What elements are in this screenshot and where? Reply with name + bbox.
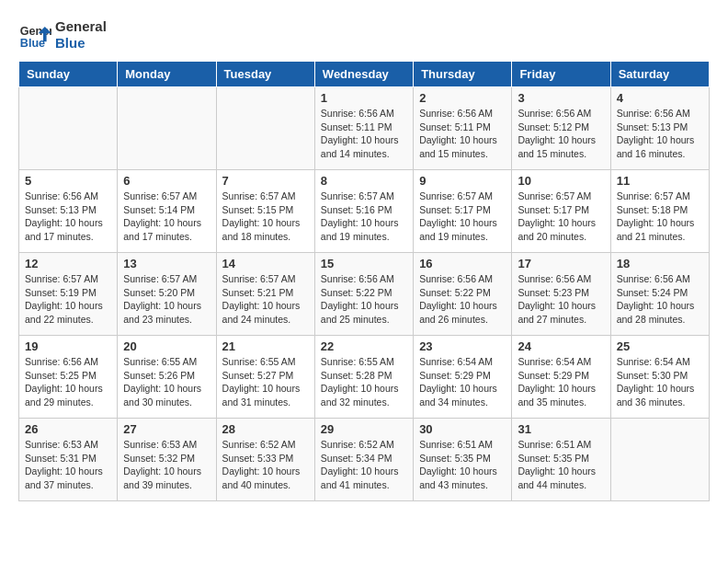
calendar-cell: 13Sunrise: 6:57 AM Sunset: 5:20 PM Dayli…	[118, 253, 216, 336]
day-number: 28	[222, 422, 309, 436]
day-number: 21	[222, 339, 309, 353]
cell-content: Sunrise: 6:56 AM Sunset: 5:13 PM Dayligh…	[617, 107, 703, 161]
cell-content: Sunrise: 6:56 AM Sunset: 5:11 PM Dayligh…	[321, 107, 407, 161]
cell-content: Sunrise: 6:56 AM Sunset: 5:13 PM Dayligh…	[25, 190, 111, 244]
day-number: 2	[419, 91, 506, 105]
calendar-table: SundayMondayTuesdayWednesdayThursdayFrid…	[18, 61, 710, 501]
week-row-5: 26Sunrise: 6:53 AM Sunset: 5:31 PM Dayli…	[19, 419, 710, 501]
cell-content: Sunrise: 6:52 AM Sunset: 5:33 PM Dayligh…	[222, 438, 309, 492]
day-number: 20	[123, 339, 210, 353]
calendar-cell: 2Sunrise: 6:56 AM Sunset: 5:11 PM Daylig…	[414, 87, 512, 170]
calendar-cell: 25Sunrise: 6:54 AM Sunset: 5:30 PM Dayli…	[610, 336, 709, 419]
calendar-cell: 21Sunrise: 6:55 AM Sunset: 5:27 PM Dayli…	[216, 336, 314, 419]
cell-content: Sunrise: 6:53 AM Sunset: 5:31 PM Dayligh…	[25, 438, 111, 492]
calendar-cell: 18Sunrise: 6:56 AM Sunset: 5:24 PM Dayli…	[610, 253, 709, 336]
logo-blue: Blue	[55, 35, 107, 52]
day-number: 4	[617, 91, 703, 105]
calendar-cell: 14Sunrise: 6:57 AM Sunset: 5:21 PM Dayli…	[216, 253, 314, 336]
cell-content: Sunrise: 6:56 AM Sunset: 5:24 PM Dayligh…	[617, 272, 703, 327]
cell-content: Sunrise: 6:57 AM Sunset: 5:16 PM Dayligh…	[321, 190, 407, 244]
calendar-cell: 6Sunrise: 6:57 AM Sunset: 5:14 PM Daylig…	[118, 170, 216, 253]
logo: General Blue General Blue	[18, 18, 107, 52]
cell-content: Sunrise: 6:55 AM Sunset: 5:26 PM Dayligh…	[123, 355, 210, 409]
cell-content: Sunrise: 6:56 AM Sunset: 5:23 PM Dayligh…	[518, 272, 604, 327]
calendar-cell: 26Sunrise: 6:53 AM Sunset: 5:31 PM Dayli…	[19, 419, 118, 501]
header-thursday: Thursday	[414, 62, 512, 87]
calendar-cell: 17Sunrise: 6:56 AM Sunset: 5:23 PM Dayli…	[512, 253, 610, 336]
cell-content: Sunrise: 6:53 AM Sunset: 5:32 PM Dayligh…	[123, 438, 210, 492]
calendar-cell: 22Sunrise: 6:55 AM Sunset: 5:28 PM Dayli…	[314, 336, 413, 419]
day-number: 29	[321, 422, 407, 436]
day-number: 16	[419, 257, 506, 270]
calendar-cell: 11Sunrise: 6:57 AM Sunset: 5:18 PM Dayli…	[610, 170, 709, 253]
cell-content: Sunrise: 6:51 AM Sunset: 5:35 PM Dayligh…	[518, 438, 604, 492]
cell-content: Sunrise: 6:51 AM Sunset: 5:35 PM Dayligh…	[419, 438, 506, 492]
logo-icon: General Blue	[18, 18, 51, 52]
cell-content: Sunrise: 6:57 AM Sunset: 5:19 PM Dayligh…	[25, 272, 111, 327]
cell-content: Sunrise: 6:52 AM Sunset: 5:34 PM Dayligh…	[321, 438, 407, 492]
cell-content: Sunrise: 6:57 AM Sunset: 5:21 PM Dayligh…	[222, 272, 309, 327]
calendar-cell: 8Sunrise: 6:57 AM Sunset: 5:16 PM Daylig…	[314, 170, 413, 253]
header-sunday: Sunday	[19, 62, 118, 87]
day-number: 17	[518, 257, 604, 270]
cell-content: Sunrise: 6:57 AM Sunset: 5:17 PM Dayligh…	[419, 190, 506, 244]
day-number: 11	[617, 174, 703, 188]
calendar-cell: 31Sunrise: 6:51 AM Sunset: 5:35 PM Dayli…	[512, 419, 610, 501]
day-number: 25	[617, 339, 703, 353]
logo-general: General	[55, 18, 107, 35]
day-number: 9	[419, 174, 506, 188]
cell-content: Sunrise: 6:57 AM Sunset: 5:15 PM Dayligh…	[222, 190, 309, 244]
day-number: 14	[222, 257, 309, 270]
cell-content: Sunrise: 6:55 AM Sunset: 5:28 PM Dayligh…	[321, 355, 407, 409]
week-row-3: 12Sunrise: 6:57 AM Sunset: 5:19 PM Dayli…	[19, 253, 710, 336]
cell-content: Sunrise: 6:57 AM Sunset: 5:18 PM Dayligh…	[617, 190, 703, 244]
day-number: 3	[518, 91, 604, 105]
cell-content: Sunrise: 6:54 AM Sunset: 5:29 PM Dayligh…	[518, 355, 604, 409]
cell-content: Sunrise: 6:56 AM Sunset: 5:22 PM Dayligh…	[419, 272, 506, 327]
cell-content: Sunrise: 6:56 AM Sunset: 5:11 PM Dayligh…	[419, 107, 506, 161]
header-saturday: Saturday	[610, 62, 709, 87]
cell-content: Sunrise: 6:56 AM Sunset: 5:12 PM Dayligh…	[518, 107, 604, 161]
calendar-cell	[118, 87, 216, 170]
header-tuesday: Tuesday	[216, 62, 314, 87]
week-row-2: 5Sunrise: 6:56 AM Sunset: 5:13 PM Daylig…	[19, 170, 710, 253]
day-number: 30	[419, 422, 506, 436]
cell-content: Sunrise: 6:56 AM Sunset: 5:22 PM Dayligh…	[321, 272, 407, 327]
cell-content: Sunrise: 6:56 AM Sunset: 5:25 PM Dayligh…	[25, 355, 111, 409]
day-number: 24	[518, 339, 604, 353]
svg-text:Blue: Blue	[20, 37, 45, 50]
calendar-cell: 4Sunrise: 6:56 AM Sunset: 5:13 PM Daylig…	[610, 87, 709, 170]
header-monday: Monday	[118, 62, 216, 87]
day-number: 18	[617, 257, 703, 270]
calendar-cell: 27Sunrise: 6:53 AM Sunset: 5:32 PM Dayli…	[118, 419, 216, 501]
calendar-cell: 1Sunrise: 6:56 AM Sunset: 5:11 PM Daylig…	[314, 87, 413, 170]
cell-content: Sunrise: 6:54 AM Sunset: 5:30 PM Dayligh…	[617, 355, 703, 409]
calendar-cell: 29Sunrise: 6:52 AM Sunset: 5:34 PM Dayli…	[314, 419, 413, 501]
calendar-cell: 5Sunrise: 6:56 AM Sunset: 5:13 PM Daylig…	[19, 170, 118, 253]
week-row-4: 19Sunrise: 6:56 AM Sunset: 5:25 PM Dayli…	[19, 336, 710, 419]
calendar-cell	[19, 87, 118, 170]
calendar-cell: 7Sunrise: 6:57 AM Sunset: 5:15 PM Daylig…	[216, 170, 314, 253]
calendar-header-row: SundayMondayTuesdayWednesdayThursdayFrid…	[19, 62, 710, 87]
calendar-cell: 9Sunrise: 6:57 AM Sunset: 5:17 PM Daylig…	[414, 170, 512, 253]
header-wednesday: Wednesday	[314, 62, 413, 87]
calendar-cell: 15Sunrise: 6:56 AM Sunset: 5:22 PM Dayli…	[314, 253, 413, 336]
day-number: 8	[321, 174, 407, 188]
page-header: General Blue General Blue	[18, 18, 710, 52]
day-number: 27	[123, 422, 210, 436]
calendar-cell: 23Sunrise: 6:54 AM Sunset: 5:29 PM Dayli…	[414, 336, 512, 419]
calendar-cell: 12Sunrise: 6:57 AM Sunset: 5:19 PM Dayli…	[19, 253, 118, 336]
cell-content: Sunrise: 6:57 AM Sunset: 5:14 PM Dayligh…	[123, 190, 210, 244]
day-number: 19	[25, 339, 111, 353]
cell-content: Sunrise: 6:54 AM Sunset: 5:29 PM Dayligh…	[419, 355, 506, 409]
cell-content: Sunrise: 6:55 AM Sunset: 5:27 PM Dayligh…	[222, 355, 309, 409]
day-number: 6	[123, 174, 210, 188]
day-number: 13	[123, 257, 210, 270]
day-number: 15	[321, 257, 407, 270]
calendar-cell: 30Sunrise: 6:51 AM Sunset: 5:35 PM Dayli…	[414, 419, 512, 501]
calendar-cell: 24Sunrise: 6:54 AM Sunset: 5:29 PM Dayli…	[512, 336, 610, 419]
calendar-cell: 10Sunrise: 6:57 AM Sunset: 5:17 PM Dayli…	[512, 170, 610, 253]
day-number: 22	[321, 339, 407, 353]
day-number: 26	[25, 422, 111, 436]
calendar-cell: 20Sunrise: 6:55 AM Sunset: 5:26 PM Dayli…	[118, 336, 216, 419]
